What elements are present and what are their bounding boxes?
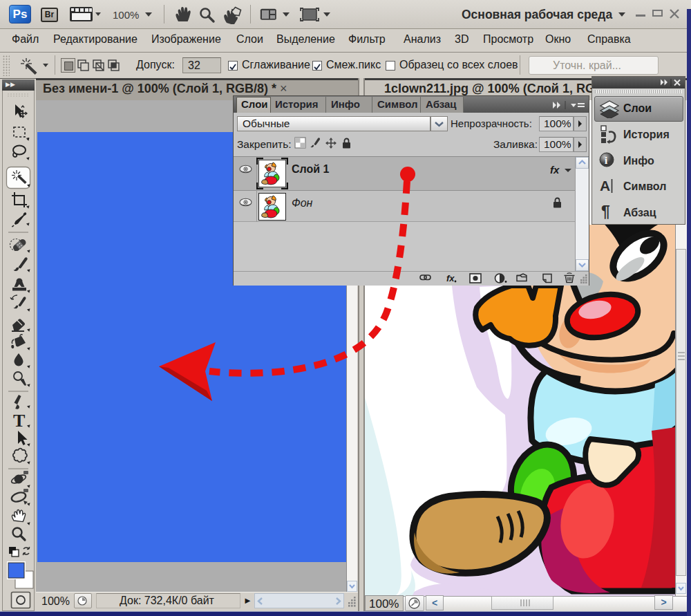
svg-text:A: A bbox=[600, 178, 610, 194]
svg-text:fx: fx bbox=[446, 273, 455, 283]
svg-text:¶: ¶ bbox=[601, 204, 610, 221]
svg-text:i: i bbox=[605, 155, 607, 166]
svg-text:T: T bbox=[13, 411, 25, 431]
